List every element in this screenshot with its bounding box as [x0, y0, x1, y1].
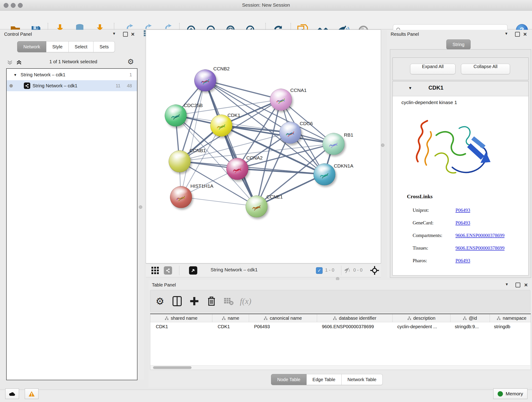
table-cell[interactable]: 9606.ENSP00000378699	[317, 322, 392, 331]
cloud-status-button[interactable]	[5, 389, 19, 399]
node-label-CCNB2: CCNB2	[213, 66, 230, 71]
collection-expand-icon[interactable]: ▼	[13, 73, 17, 77]
left-splitter-handle[interactable]	[139, 205, 142, 209]
warning-status-button[interactable]	[25, 389, 38, 399]
crosslink-link[interactable]: P06493	[456, 220, 470, 226]
gear-icon[interactable]: ⚙	[127, 57, 134, 66]
tab-sets[interactable]: Sets	[94, 41, 115, 52]
memory-button[interactable]: Memory	[493, 389, 527, 399]
tab-edge-table[interactable]: Edge Table	[307, 374, 342, 385]
column-header-canonicalname[interactable]: canonical name	[249, 314, 317, 322]
crosslink-link[interactable]: P06493	[456, 207, 470, 213]
network-node-CCNA2[interactable]	[226, 158, 248, 180]
network-node-CDKN1A[interactable]	[313, 163, 336, 185]
panel-float-icon[interactable]	[515, 32, 520, 37]
node-result-header[interactable]: ▼ CDK1	[393, 81, 528, 96]
column-header-sharedname[interactable]: shared name	[150, 314, 212, 322]
panel-menu-icon[interactable]: ▼	[112, 32, 116, 36]
network-edge-count: 48	[127, 83, 132, 89]
crosslink-link[interactable]: P06493	[456, 258, 470, 264]
network-node-CCNB2[interactable]	[194, 70, 216, 91]
table-cell[interactable]: CDK1	[150, 322, 212, 331]
network-node-HIST1H1A[interactable]	[170, 186, 192, 208]
current-network-dot-icon	[9, 84, 13, 88]
node-label-CCNB1: CCNB1	[190, 148, 206, 153]
column-header-id[interactable]: @id	[450, 314, 490, 322]
column-header-name[interactable]: name	[212, 314, 249, 322]
network-node-CCNB1[interactable]	[169, 150, 191, 172]
expand-all-icon[interactable]	[16, 60, 22, 65]
add-column-icon[interactable]	[188, 295, 200, 307]
node-gloss	[214, 116, 228, 123]
panel-float-icon[interactable]	[515, 283, 520, 287]
panel-close-icon[interactable]: ×	[131, 31, 134, 38]
collapse-all-button[interactable]: Collapse All	[461, 64, 510, 74]
table-cell[interactable]: stringdb:9...	[449, 322, 488, 331]
node-table[interactable]: shared namenamecanonical namedatabase id…	[150, 313, 531, 370]
table-cell[interactable]: cyclin-dependent ...	[392, 322, 449, 331]
node-label-CDKN1A: CDKN1A	[334, 163, 353, 169]
table-cell[interactable]: stringdb	[488, 322, 531, 331]
delete-column-icon[interactable]	[206, 295, 217, 307]
collapse-entry-icon[interactable]: ▼	[408, 86, 412, 90]
network-canvas[interactable]: CCNB2CCNA1CDC25BCDK1CDC6RB1CCNB1CCNA2CDK…	[146, 30, 381, 263]
node-label-CCNA1: CCNA1	[290, 88, 307, 93]
scrollbar-thumb[interactable]	[153, 366, 191, 369]
crosslink-link[interactable]: 9606.ENSP00000378699	[456, 245, 505, 251]
column-header-namespace[interactable]: namespace	[490, 314, 531, 322]
collapse-all-icon[interactable]	[7, 60, 13, 65]
network-row-selected[interactable]: String Network – cdk1 11 48	[7, 80, 137, 91]
network-node-CCNA1[interactable]	[270, 89, 292, 111]
table-gear-icon[interactable]: ⚙	[154, 295, 166, 307]
table-cell[interactable]: P06493	[249, 322, 317, 331]
column-header-description[interactable]: description	[393, 314, 450, 322]
network-node-CCNE1[interactable]	[246, 196, 268, 217]
tab-network[interactable]: Network	[17, 41, 46, 52]
selected-checkbox-icon[interactable]: ✓	[316, 267, 323, 274]
network-node-RB1[interactable]	[323, 133, 345, 155]
node-gloss	[230, 160, 244, 166]
column-tree-icon	[408, 317, 411, 320]
birdseye-grid-icon[interactable]	[151, 266, 159, 274]
network-label: String Network – cdk1	[32, 83, 77, 89]
panel-menu-icon[interactable]: ▼	[505, 282, 509, 287]
fit-crosshair-icon[interactable]	[370, 266, 378, 274]
control-panel: Control Panel ▼ × NetworkStyleSelectSets…	[0, 30, 144, 379]
function-builder-icon: f(x)	[240, 295, 252, 307]
column-tree-icon	[165, 317, 168, 320]
expand-all-button[interactable]: Expand All	[410, 64, 456, 74]
crosslink-label: GeneCard:	[413, 220, 433, 226]
tab-style[interactable]: Style	[46, 41, 69, 52]
node-gloss	[198, 71, 212, 78]
tab-node-table[interactable]: Node Table	[271, 374, 307, 385]
tab-network-table[interactable]: Network Table	[342, 374, 383, 385]
tab-select[interactable]: Select	[69, 41, 94, 52]
table-cell[interactable]: CDK1	[212, 322, 249, 331]
crosslinks-title: CrossLinks	[407, 194, 433, 200]
panel-close-icon[interactable]: ×	[523, 31, 527, 38]
crosslink-link[interactable]: 9606.ENSP00000378699	[456, 233, 505, 238]
right-splitter-handle[interactable]	[381, 143, 385, 147]
result-node-description: cyclin-dependent kinase 1	[401, 100, 457, 105]
show-columns-icon[interactable]	[171, 295, 183, 307]
table-row[interactable]: CDK1CDK1P064939606.ENSP00000378699cyclin…	[150, 322, 531, 331]
tab-string[interactable]: String	[446, 39, 471, 50]
network-node-CDC6[interactable]	[279, 122, 301, 144]
table-tabs: Node TableEdge TableNetwork Table	[271, 374, 383, 385]
panel-float-icon[interactable]	[123, 32, 128, 37]
node-gloss	[249, 197, 263, 204]
column-header-databaseidentifier[interactable]: database identifier	[317, 314, 393, 322]
panel-close-icon[interactable]: ×	[524, 281, 528, 288]
panel-menu-icon[interactable]: ▼	[505, 32, 508, 36]
hidden-eye-icon[interactable]	[344, 267, 351, 274]
horizontal-scrollbar	[150, 365, 530, 370]
network-view-title: String Network – cdk1	[210, 267, 258, 273]
network-node-count: 11	[116, 83, 120, 89]
column-tree-icon	[463, 317, 467, 320]
network-node-CDC25B[interactable]	[165, 104, 187, 127]
open-in-window-icon[interactable]	[189, 266, 197, 274]
network-collection-row[interactable]: ▼ String Network – cdk1 1	[7, 69, 137, 80]
crosslink-label: Compartments:	[413, 233, 443, 238]
string-network-icon[interactable]	[164, 266, 172, 274]
node-gloss	[283, 123, 297, 130]
